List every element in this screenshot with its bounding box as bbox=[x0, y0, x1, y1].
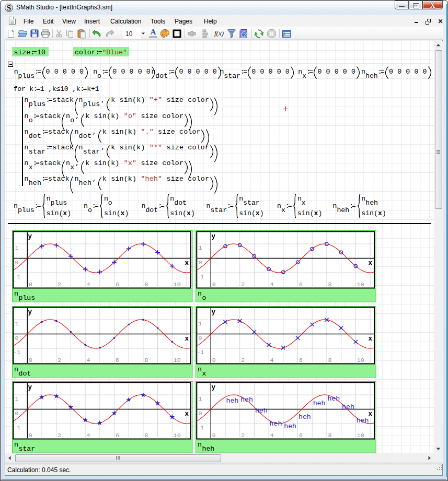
svg-text:x: x bbox=[368, 260, 372, 267]
svg-text:6: 6 bbox=[299, 281, 303, 288]
svg-text:0: 0 bbox=[199, 335, 202, 342]
svg-text:0: 0 bbox=[199, 410, 202, 417]
svg-text:-1: -1 bbox=[14, 349, 21, 356]
svg-text:n: n bbox=[14, 290, 18, 298]
svg-text:1: 1 bbox=[15, 395, 19, 402]
svg-text:star: star bbox=[19, 445, 36, 453]
svg-text:0: 0 bbox=[15, 410, 19, 417]
svg-text:4: 4 bbox=[270, 281, 274, 288]
svg-text:0: 0 bbox=[29, 432, 32, 439]
svg-text:8: 8 bbox=[144, 357, 148, 363]
svg-text:n: n bbox=[198, 290, 202, 298]
svg-text:heh: heh bbox=[327, 395, 340, 403]
svg-text:1: 1 bbox=[199, 320, 202, 327]
svg-text:6: 6 bbox=[116, 357, 119, 363]
svg-text:0: 0 bbox=[15, 335, 19, 342]
svg-text:8: 8 bbox=[144, 432, 148, 439]
svg-text:8: 8 bbox=[328, 357, 331, 363]
svg-text:y: y bbox=[212, 233, 216, 240]
svg-text:2: 2 bbox=[241, 357, 245, 363]
svg-text:0: 0 bbox=[29, 281, 32, 288]
svg-text:2: 2 bbox=[241, 432, 245, 439]
svg-text:y: y bbox=[212, 309, 216, 316]
svg-text:4: 4 bbox=[87, 357, 90, 363]
svg-text:1: 1 bbox=[15, 244, 19, 251]
svg-text:-1: -1 bbox=[197, 424, 204, 431]
svg-text:-1: -1 bbox=[14, 424, 21, 431]
svg-text:x: x bbox=[202, 370, 206, 378]
svg-text:x: x bbox=[368, 335, 372, 343]
svg-text:0: 0 bbox=[199, 259, 202, 266]
svg-text:10: 10 bbox=[357, 281, 364, 288]
svg-text:n: n bbox=[198, 441, 202, 449]
svg-text:1: 1 bbox=[199, 244, 202, 251]
svg-text:2: 2 bbox=[58, 357, 61, 363]
svg-text:o: o bbox=[202, 294, 206, 302]
svg-text:2: 2 bbox=[58, 432, 61, 439]
svg-text:heh: heh bbox=[202, 445, 215, 453]
svg-text:heh: heh bbox=[270, 420, 282, 428]
svg-text:10: 10 bbox=[174, 432, 181, 439]
svg-text:plus: plus bbox=[19, 294, 36, 302]
svg-text:x: x bbox=[185, 335, 189, 343]
svg-text:8: 8 bbox=[328, 432, 331, 439]
svg-text:heh: heh bbox=[357, 417, 369, 425]
svg-text:6: 6 bbox=[116, 432, 119, 439]
svg-text:heh: heh bbox=[342, 403, 354, 411]
svg-text:2: 2 bbox=[58, 281, 61, 288]
svg-text:y: y bbox=[28, 233, 32, 240]
svg-text:6: 6 bbox=[116, 281, 119, 288]
svg-text:x: x bbox=[185, 410, 189, 418]
svg-text:y: y bbox=[28, 384, 32, 391]
svg-text:4: 4 bbox=[270, 432, 274, 439]
svg-text:n: n bbox=[14, 366, 18, 373]
svg-text:10: 10 bbox=[357, 432, 364, 439]
svg-text:1: 1 bbox=[15, 320, 19, 327]
svg-text:4: 4 bbox=[270, 357, 274, 363]
svg-text:-1: -1 bbox=[14, 273, 21, 280]
svg-text:4: 4 bbox=[87, 432, 90, 439]
svg-text:4: 4 bbox=[87, 281, 90, 288]
svg-text:heh: heh bbox=[240, 396, 253, 404]
svg-text:y: y bbox=[212, 384, 216, 391]
svg-text:x: x bbox=[368, 410, 372, 418]
svg-text:0: 0 bbox=[212, 432, 216, 439]
svg-text:?: ? bbox=[243, 32, 246, 38]
svg-text:heh: heh bbox=[313, 400, 326, 407]
svg-text:8: 8 bbox=[328, 281, 331, 288]
svg-text:2: 2 bbox=[241, 281, 245, 288]
svg-text:y: y bbox=[28, 309, 32, 316]
svg-text:0: 0 bbox=[212, 357, 216, 363]
svg-text:6: 6 bbox=[299, 357, 303, 363]
svg-text:0: 0 bbox=[29, 357, 32, 363]
svg-text:-1: -1 bbox=[197, 273, 204, 280]
svg-text:n: n bbox=[14, 441, 18, 449]
svg-text:10: 10 bbox=[357, 357, 364, 363]
svg-text:heh: heh bbox=[298, 413, 311, 421]
svg-text:-1: -1 bbox=[197, 349, 204, 356]
svg-text:heh: heh bbox=[284, 423, 296, 430]
svg-text:8: 8 bbox=[144, 281, 148, 288]
svg-text:6: 6 bbox=[299, 432, 303, 439]
svg-text:n: n bbox=[198, 366, 202, 373]
svg-text:1: 1 bbox=[199, 395, 202, 402]
svg-text:10: 10 bbox=[174, 281, 181, 288]
svg-text:10: 10 bbox=[174, 357, 181, 363]
svg-text:0: 0 bbox=[212, 281, 216, 288]
svg-text:x: x bbox=[185, 260, 189, 267]
svg-text:heh: heh bbox=[226, 397, 239, 405]
svg-text:heh: heh bbox=[255, 407, 268, 415]
svg-text:0: 0 bbox=[15, 259, 19, 266]
svg-text:dot: dot bbox=[19, 370, 31, 378]
